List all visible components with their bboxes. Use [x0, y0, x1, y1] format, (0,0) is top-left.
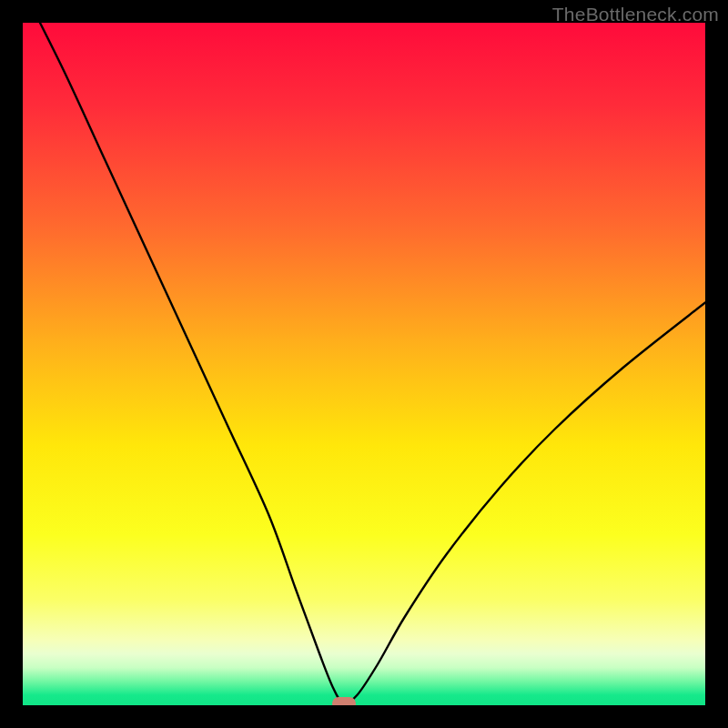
plot-area [23, 23, 705, 705]
plot-svg [23, 23, 705, 705]
chart-stage: TheBottleneck.com [0, 0, 728, 728]
watermark-text: TheBottleneck.com [552, 4, 719, 25]
gradient-background [23, 23, 705, 705]
optimal-marker [332, 697, 356, 705]
